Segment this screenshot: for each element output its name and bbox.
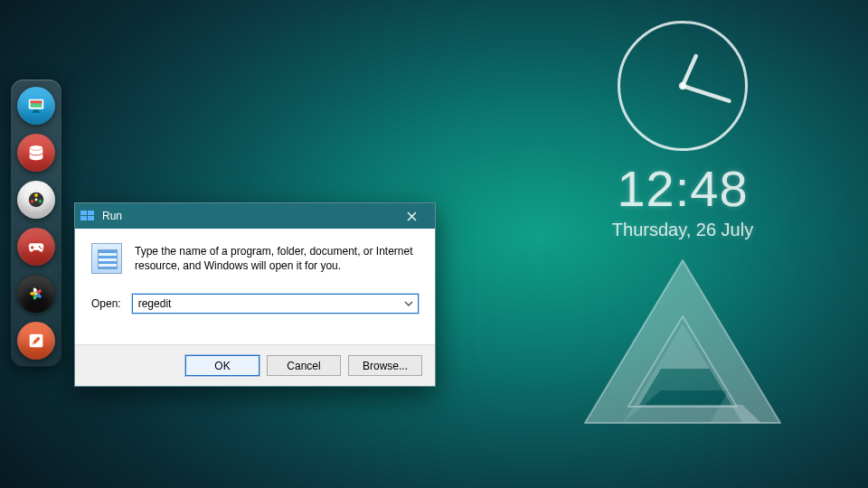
svg-point-16 bbox=[34, 292, 38, 296]
media-reel-icon bbox=[26, 190, 46, 210]
open-label: Open: bbox=[91, 297, 121, 310]
svg-point-14 bbox=[39, 246, 41, 248]
svg-point-8 bbox=[34, 193, 38, 197]
database-icon bbox=[26, 143, 46, 163]
svg-point-9 bbox=[39, 200, 42, 203]
ok-button[interactable]: OK bbox=[185, 355, 259, 376]
svg-point-21 bbox=[679, 82, 686, 89]
penrose-triangle-icon bbox=[574, 253, 791, 434]
close-button[interactable] bbox=[392, 203, 431, 229]
desktop-clock-widget: 12:48 Thursday, 26 July bbox=[561, 18, 805, 434]
run-footer: OK Cancel Browse... bbox=[75, 344, 435, 386]
monitor-icon bbox=[26, 96, 46, 116]
svg-point-11 bbox=[35, 199, 38, 202]
dock-item-monitor[interactable] bbox=[17, 87, 55, 125]
svg-rect-4 bbox=[32, 111, 40, 112]
open-combobox[interactable] bbox=[132, 294, 419, 314]
cancel-button[interactable]: Cancel bbox=[267, 355, 341, 376]
date-display: Thursday, 26 July bbox=[612, 220, 753, 240]
svg-rect-13 bbox=[31, 247, 34, 248]
analog-clock-icon bbox=[615, 18, 750, 154]
digital-time: 12:48 bbox=[617, 159, 748, 218]
run-program-icon bbox=[91, 243, 122, 274]
app-dock bbox=[11, 80, 61, 367]
gamepad-icon bbox=[26, 237, 46, 257]
dock-item-editor[interactable] bbox=[17, 322, 55, 360]
run-description: Type the name of a program, folder, docu… bbox=[135, 243, 419, 274]
dock-item-media[interactable] bbox=[17, 181, 55, 219]
close-icon bbox=[407, 211, 417, 221]
svg-line-19 bbox=[683, 56, 696, 86]
run-dialog: Run Type the name of a program, folder, … bbox=[74, 202, 436, 387]
windows-logo-icon bbox=[80, 211, 95, 221]
svg-rect-3 bbox=[33, 110, 39, 112]
pencil-icon bbox=[26, 331, 46, 351]
svg-point-15 bbox=[41, 248, 42, 249]
browse-button[interactable]: Browse... bbox=[348, 355, 422, 376]
dock-item-fan[interactable] bbox=[17, 275, 55, 313]
svg-rect-2 bbox=[31, 101, 42, 104]
dock-item-database[interactable] bbox=[17, 134, 55, 172]
run-body: Type the name of a program, folder, docu… bbox=[75, 229, 435, 344]
run-title: Run bbox=[102, 210, 392, 222]
run-titlebar[interactable]: Run bbox=[75, 203, 435, 229]
open-input[interactable] bbox=[133, 295, 418, 313]
dock-item-gamepad[interactable] bbox=[17, 228, 55, 266]
fan-icon bbox=[26, 284, 46, 304]
svg-line-20 bbox=[683, 86, 729, 101]
svg-point-10 bbox=[30, 200, 33, 203]
